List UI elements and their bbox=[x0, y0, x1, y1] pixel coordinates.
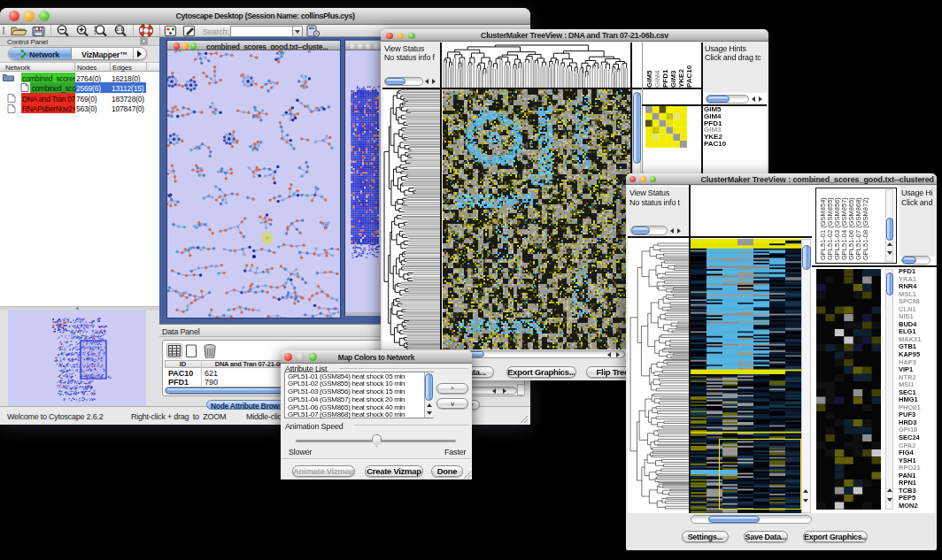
svg-text:1:1: 1:1 bbox=[116, 27, 123, 32]
